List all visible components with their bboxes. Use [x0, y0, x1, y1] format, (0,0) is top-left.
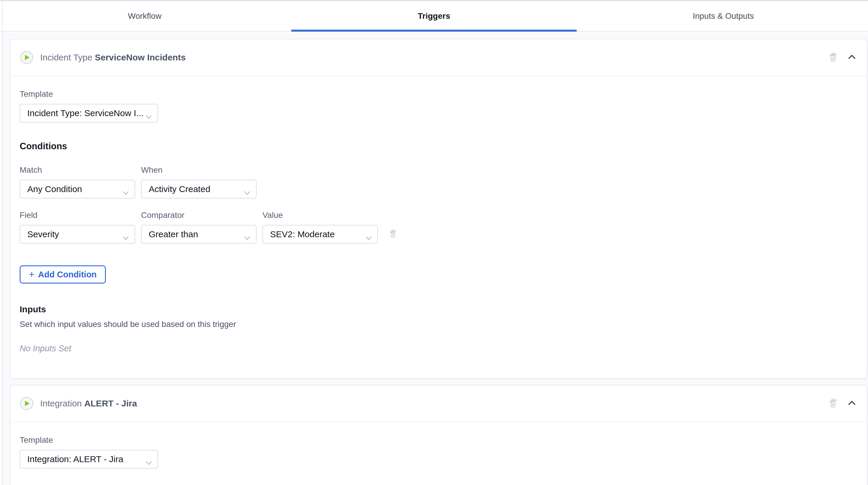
tab-workflow[interactable]: Workflow	[0, 1, 289, 31]
trigger-type-label: Incident Type	[40, 53, 92, 62]
active-tab-underline	[291, 30, 577, 32]
field-column: Field Severity	[20, 210, 135, 244]
inputs-heading: Inputs	[20, 304, 856, 315]
condition-row: Field Severity Comparator Greater than	[20, 210, 856, 244]
trigger-card-jira: Integration ALERT - Jira	[10, 385, 867, 485]
value-select[interactable]: SEV2: Moderate	[262, 225, 378, 244]
tab-inputs-outputs[interactable]: Inputs & Outputs	[579, 1, 868, 31]
when-select[interactable]: Activity Created	[141, 180, 256, 199]
triggers-panel: Incident Type ServiceNow Incidents	[3, 32, 868, 485]
trigger-card-body: Template Incident Type: ServiceNow I... …	[10, 76, 867, 378]
match-column: Match Any Condition	[20, 165, 135, 199]
chevron-down-icon	[146, 111, 152, 121]
inputs-empty-state: No Inputs Set	[20, 343, 856, 354]
add-condition-button[interactable]: + Add Condition	[20, 265, 106, 283]
comparator-select[interactable]: Greater than	[141, 225, 256, 244]
trigger-title: Integration ALERT - Jira	[40, 398, 137, 409]
template-select-value: Integration: ALERT - Jira	[27, 454, 123, 464]
plus-icon: +	[29, 269, 35, 279]
trigger-name: ServiceNow Incidents	[95, 53, 186, 62]
tab-inputs-outputs-label: Inputs & Outputs	[693, 11, 754, 21]
template-select[interactable]: Integration: ALERT - Jira	[20, 450, 158, 468]
add-condition-label: Add Condition	[38, 270, 97, 279]
window-left-edge	[2, 1, 3, 485]
template-label: Template	[20, 89, 856, 99]
match-label: Match	[20, 165, 135, 175]
chevron-up-icon	[847, 398, 857, 409]
chevron-down-icon	[146, 457, 152, 467]
value-label: Value	[262, 210, 378, 220]
trigger-card-body: Template Integration: ALERT - Jira	[10, 422, 867, 485]
match-when-row: Match Any Condition When Activity Create…	[20, 165, 856, 199]
trash-icon	[828, 398, 839, 410]
chevron-down-icon	[244, 187, 250, 197]
tab-triggers-label: Triggers	[418, 11, 450, 21]
collapse-trigger-button[interactable]	[847, 398, 857, 409]
conditions-heading: Conditions	[20, 141, 856, 152]
play-icon	[20, 51, 33, 64]
field-select[interactable]: Severity	[20, 225, 135, 244]
trigger-type-label: Integration	[40, 398, 82, 408]
when-label: When	[141, 165, 256, 175]
trigger-card-header: Integration ALERT - Jira	[10, 385, 867, 422]
trigger-card-header: Incident Type ServiceNow Incidents	[10, 39, 867, 76]
window-top-edge	[0, 0, 868, 1]
field-label: Field	[20, 210, 135, 220]
delete-trigger-button[interactable]	[828, 52, 839, 64]
chevron-down-icon	[123, 187, 129, 197]
trigger-name: ALERT - Jira	[84, 398, 137, 408]
chevron-down-icon	[244, 232, 250, 242]
chevron-down-icon	[366, 232, 372, 242]
template-select-value: Incident Type: ServiceNow I...	[27, 108, 144, 118]
match-select[interactable]: Any Condition	[20, 180, 135, 199]
chevron-down-icon	[123, 232, 129, 242]
template-select[interactable]: Incident Type: ServiceNow I...	[20, 104, 158, 123]
trigger-card-servicenow: Incident Type ServiceNow Incidents	[10, 39, 867, 379]
match-select-value: Any Condition	[27, 184, 82, 194]
chevron-up-icon	[847, 52, 857, 63]
inputs-description: Set which input values should be used ba…	[20, 319, 856, 329]
trash-icon	[828, 52, 839, 64]
comparator-select-value: Greater than	[149, 229, 198, 239]
value-select-value: SEV2: Moderate	[270, 229, 335, 239]
field-select-value: Severity	[27, 229, 59, 239]
trash-icon	[388, 229, 398, 240]
delete-trigger-button[interactable]	[828, 398, 839, 410]
comparator-label: Comparator	[141, 210, 256, 220]
template-label: Template	[20, 435, 856, 445]
trigger-title: Incident Type ServiceNow Incidents	[40, 52, 186, 63]
tab-triggers[interactable]: Triggers	[289, 1, 579, 31]
tab-workflow-label: Workflow	[128, 11, 162, 21]
delete-condition-button[interactable]	[388, 229, 398, 240]
comparator-column: Comparator Greater than	[141, 210, 256, 244]
tab-bar: Workflow Triggers Inputs & Outputs	[0, 1, 868, 32]
play-icon	[20, 397, 33, 410]
collapse-trigger-button[interactable]	[847, 52, 857, 63]
when-select-value: Activity Created	[149, 184, 210, 194]
value-column: Value SEV2: Moderate	[262, 210, 378, 244]
when-column: When Activity Created	[141, 165, 256, 199]
